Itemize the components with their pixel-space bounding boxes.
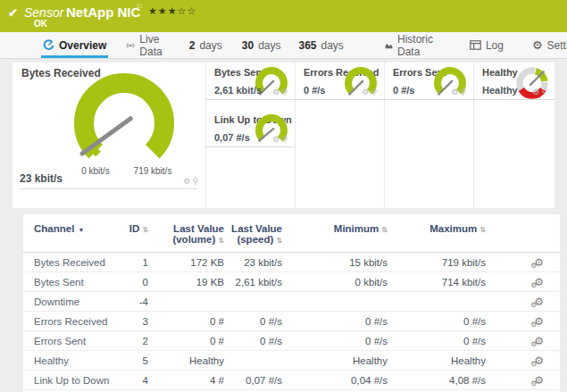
gauge-cell-bytes-received: Bytes Received 0 kbit/s 719 kbit/s 23 kb… [13, 63, 205, 208]
channel-settings-icon[interactable]: ⚙⚙ [534, 315, 544, 328]
tab-365-days[interactable]: 365days [296, 32, 345, 58]
divider [20, 188, 196, 189]
tab-2-days[interactable]: 2days [188, 32, 224, 58]
channel-settings-icon[interactable]: ⚙⚙ [534, 296, 544, 308]
table-row[interactable]: Downtime -4 ⚙⚙ [23, 292, 560, 312]
tab-bar: Overview Live Data 2days 30days 365days … [0, 32, 567, 59]
gauge-actions[interactable]: ⚙⚲ [362, 88, 379, 96]
channel-name: Downtime [23, 292, 113, 312]
channels-table: Channel▼ ID⇅ Last Value(volume)⇅ Last Va… [23, 214, 560, 390]
tab-overview[interactable]: Overview [41, 32, 108, 58]
table-row[interactable]: Healthy 5 Healthy Healthy Healthy ⚙⚙ [23, 351, 560, 371]
chart-icon [385, 40, 393, 51]
gauge-value: 2,61 kbit/s [214, 85, 262, 96]
gauge-scale-max: 719 kbit/s [126, 166, 179, 176]
col-header-maximum[interactable]: Maximum⇅ [388, 214, 486, 253]
gear-icon[interactable]: ⚙ [532, 88, 541, 96]
gauge-actions[interactable]: ⚙⚲ [532, 88, 549, 96]
tab-live-data[interactable]: Live Data [124, 32, 169, 58]
sort-icon: ⇅ [479, 226, 486, 234]
table-header-row: Channel▼ ID⇅ Last Value(volume)⇅ Last Va… [23, 214, 560, 253]
gauge-scale-min: 0 kbit/s [69, 166, 122, 176]
primary-gauge [57, 68, 191, 171]
ok-check-icon: ✔ [8, 6, 18, 20]
gauge-cell-errors-received: Errors Received 0 #/s ⚙⚲ [295, 63, 384, 100]
broadcast-icon [126, 40, 135, 51]
table-row[interactable]: Link Up to Down 4 4 # 0,07 #/s 0,04 #/s … [23, 371, 560, 390]
col-header-actions [486, 214, 560, 253]
priority-stars[interactable]: ★★★☆☆ [148, 5, 196, 17]
channel-settings-icon[interactable]: ⚙⚙ [534, 276, 544, 288]
channel-settings-icon[interactable]: ⚙⚙ [534, 335, 544, 347]
channel-name: Healthy [23, 351, 113, 371]
channel-name: Bytes Sent [23, 272, 113, 292]
sensor-status-bar: ✔ Sensor NetApp NIC ⚐ ★★★☆☆ OK [0, 0, 567, 32]
table-row[interactable]: Bytes Sent 0 19 KB 2,61 kbit/s 0 kbit/s … [23, 272, 560, 292]
sort-desc-icon: ▼ [78, 227, 84, 233]
sort-icon: ⇅ [142, 226, 148, 234]
channels-table-panel: Channel▼ ID⇅ Last Value(volume)⇅ Last Va… [23, 214, 560, 392]
table-row[interactable]: Errors Sent 2 0 # 0 #/s 0 #/s 0 #/s ⚙⚙ [23, 331, 560, 351]
gauge-cell-healthy: Healthy Healthy ⚙⚲ [473, 63, 554, 100]
tab-settings[interactable]: ⚙ Settings [530, 32, 567, 58]
pin-icon[interactable]: ⚲ [541, 88, 549, 96]
gauge-value: 0 #/s [304, 85, 325, 96]
col-header-minimum[interactable]: Minimum⇅ [282, 214, 388, 253]
pin-icon[interactable]: ⚲ [371, 88, 379, 96]
sort-icon: ⇅ [218, 237, 224, 245]
pin-icon[interactable]: ⚲ [460, 88, 468, 96]
channel-settings-icon[interactable]: ⚙⚙ [534, 374, 544, 387]
gear-icon[interactable]: ⚙ [451, 88, 460, 96]
gear-icon: ⚙ [532, 38, 543, 52]
col-header-channel[interactable]: Channel▼ [23, 214, 113, 253]
tab-log[interactable]: Log [468, 32, 505, 58]
pin-icon[interactable]: ⚲ [281, 88, 289, 96]
sort-icon: ⇅ [381, 226, 388, 234]
priority-flag-icon: ⚐ [136, 3, 143, 12]
table-row[interactable]: Bytes Received 1 172 KB 23 kbit/s 15 kbi… [23, 253, 560, 272]
gauge-value: 23 kbit/s [20, 172, 63, 185]
gauge-value: 0 #/s [393, 85, 414, 96]
channel-settings-icon[interactable]: ⚙⚙ [534, 256, 544, 269]
gauge-actions[interactable]: ⚙⚲ [451, 88, 468, 96]
sensor-title: NetApp NIC [66, 4, 140, 20]
tab-30-days[interactable]: 30days [240, 32, 283, 58]
gauge-icon [43, 39, 54, 51]
tab-historic-data[interactable]: Historic Data [383, 32, 439, 58]
status-badge: OK [34, 19, 47, 29]
gear-icon[interactable]: ⚙ [183, 177, 192, 186]
gear-icon[interactable]: ⚙ [272, 135, 281, 144]
gauge-actions[interactable]: ⚙⚲ [272, 135, 289, 144]
pin-icon[interactable]: ⚲ [281, 135, 289, 144]
col-header-last-value-speed[interactable]: Last Value(speed)⇅ [224, 214, 282, 253]
channel-name: Errors Received [23, 312, 113, 331]
gauge-actions[interactable]: ⚙⚲ [272, 88, 289, 96]
log-icon [470, 40, 481, 50]
gear-icon[interactable]: ⚙ [362, 88, 371, 96]
gauge-cell-link-up-to-down: Link Up to Down 0,07 #/s ⚙⚲ [205, 110, 295, 147]
table-row[interactable]: Errors Received 3 0 # 0 #/s 0 #/s 0 #/s … [23, 312, 560, 331]
col-header-id[interactable]: ID⇅ [113, 214, 148, 253]
gauge-value: 0,07 #/s [214, 132, 250, 143]
channel-name: Errors Sent [23, 331, 113, 351]
gauge-cell-bytes-sent: Bytes Sent 2,61 kbit/s ⚙⚲ [205, 63, 295, 100]
sort-icon: ⇅ [276, 237, 282, 245]
gauges-panel: Bytes Received 0 kbit/s 719 kbit/s 23 kb… [13, 63, 554, 208]
channel-name: Link Up to Down [23, 371, 113, 390]
object-kind-label: Sensor [24, 5, 63, 20]
channel-name: Bytes Received [23, 253, 113, 272]
gauge-value: Healthy [482, 85, 518, 96]
pin-icon[interactable]: ⚲ [192, 177, 200, 186]
col-header-last-value-volume[interactable]: Last Value(volume)⇅ [148, 214, 224, 253]
gear-icon[interactable]: ⚙ [272, 88, 281, 96]
channel-settings-icon[interactable]: ⚙⚙ [534, 354, 544, 367]
gauge-cell-errors-sent: Errors Sent 0 #/s ⚙⚲ [384, 63, 473, 100]
gauge-actions[interactable]: ⚙⚲ [183, 177, 200, 186]
